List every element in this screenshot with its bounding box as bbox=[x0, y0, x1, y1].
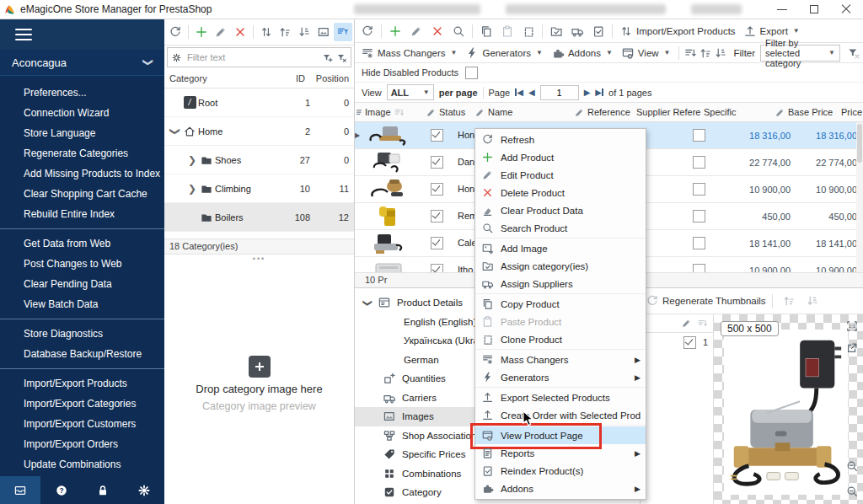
menu-reports[interactable]: Reports▶ bbox=[475, 444, 646, 462]
close-button[interactable] bbox=[841, 4, 851, 14]
specific-checkbox[interactable] bbox=[693, 156, 705, 169]
open-external-button[interactable] bbox=[845, 341, 859, 355]
status-checkbox[interactable] bbox=[431, 264, 443, 272]
store-selector[interactable]: Aconcagua ❯ bbox=[0, 50, 164, 76]
clear-filter-icon[interactable] bbox=[847, 46, 860, 60]
category-row-shoes[interactable]: ❯ Shoes 27 0 bbox=[164, 146, 354, 174]
refresh-products-button[interactable] bbox=[357, 22, 378, 40]
maximize-button[interactable] bbox=[809, 4, 819, 14]
menu-add-product[interactable]: Add Product bbox=[475, 148, 646, 166]
sidebar-item-rebuild-index[interactable]: Rebuild Entire Index bbox=[0, 204, 164, 224]
category-filter-input[interactable] bbox=[185, 51, 319, 63]
specific-checkbox[interactable] bbox=[693, 264, 705, 272]
specific-checkbox[interactable] bbox=[693, 210, 705, 223]
sidebar-item-regenerate-categories[interactable]: Regenerate Categories bbox=[0, 143, 164, 164]
per-page-select[interactable]: ALL▼ bbox=[387, 84, 434, 100]
delete-product-button[interactable] bbox=[427, 22, 448, 40]
menu-add-image[interactable]: Add Image bbox=[475, 239, 646, 257]
menu-clear-product-data[interactable]: Clear Product Data bbox=[475, 201, 646, 219]
menu-generators[interactable]: Generators▶ bbox=[475, 368, 646, 386]
category-row-home[interactable]: ❯ Home 2 0 bbox=[164, 117, 354, 146]
actual-size-button[interactable] bbox=[845, 319, 859, 333]
column-price-with-tax[interactable]: Price with Tax bbox=[838, 107, 863, 117]
column-supplier-reference[interactable]: Supplier Referenc bbox=[633, 107, 700, 117]
filter-panel-toggle[interactable] bbox=[334, 23, 352, 41]
menu-addons[interactable]: Addons▶ bbox=[475, 480, 646, 497]
status-checkbox[interactable] bbox=[431, 210, 443, 223]
vertical-scrollbar[interactable] bbox=[856, 122, 863, 272]
addons-button[interactable]: Addons ▼ bbox=[548, 44, 616, 62]
sidebar-item-post-changes[interactable]: Post Changes to Web bbox=[0, 254, 164, 274]
sidebar-item-ie-orders[interactable]: Import/Export Orders bbox=[0, 434, 164, 454]
column-base-price[interactable]: Base Price bbox=[771, 107, 838, 118]
clone-product-button[interactable] bbox=[518, 22, 539, 40]
sort-asc-button[interactable] bbox=[699, 44, 712, 62]
zoom-out-button[interactable] bbox=[845, 459, 859, 473]
image-list-row[interactable]: 1 bbox=[641, 333, 713, 351]
column-category[interactable]: Category bbox=[169, 73, 270, 83]
settings-button[interactable] bbox=[123, 476, 164, 504]
menu-delete-product[interactable]: Delete Product bbox=[475, 184, 646, 201]
add-category-button[interactable] bbox=[192, 23, 211, 41]
reindex-button[interactable] bbox=[588, 22, 608, 40]
category-row-boilers[interactable]: Boilers 108 12 bbox=[164, 203, 354, 232]
assign-category-button[interactable] bbox=[546, 22, 566, 40]
menu-paste-product[interactable]: Paste Product bbox=[475, 313, 646, 330]
search-product-button[interactable] bbox=[448, 22, 469, 40]
sidebar-item-db-backup[interactable]: Database Backup/Restore bbox=[0, 344, 164, 364]
refresh-categories-button[interactable] bbox=[166, 23, 185, 41]
next-page-button[interactable]: ▶ bbox=[584, 88, 591, 97]
first-page-button[interactable]: ◀ bbox=[515, 88, 523, 97]
status-checkbox[interactable] bbox=[431, 183, 443, 196]
edit-product-button[interactable] bbox=[406, 22, 426, 40]
column-position[interactable]: Position bbox=[305, 73, 349, 83]
category-row-climbing[interactable]: ❯ Climbing 10 11 bbox=[164, 174, 354, 203]
category-row-root[interactable]: / Root 1 0 bbox=[164, 88, 354, 117]
menu-mass-changers[interactable]: Mass Changers▶ bbox=[475, 351, 646, 368]
sort-az-button[interactable] bbox=[683, 44, 697, 62]
filter-category-select[interactable]: Filter by selected category ▼ bbox=[760, 45, 840, 62]
menu-assign-category[interactable]: Assign category(ies) bbox=[475, 257, 646, 275]
page-number-input[interactable] bbox=[540, 85, 579, 100]
menu-search-product[interactable]: Search Product bbox=[475, 219, 646, 237]
copy-product-button[interactable] bbox=[476, 22, 496, 40]
sidebar-item-clear-cart-cache[interactable]: Clear Shopping Cart Cache bbox=[0, 184, 164, 204]
move-up-button[interactable] bbox=[276, 23, 294, 41]
edit-category-button[interactable] bbox=[212, 23, 230, 41]
category-image-dropzone[interactable]: Drop category image here Category image … bbox=[164, 263, 354, 504]
sort-desc-button[interactable] bbox=[714, 44, 727, 62]
move-down-button[interactable] bbox=[295, 23, 314, 41]
chevron-right-icon[interactable]: ❯ bbox=[186, 154, 198, 166]
view-button[interactable]: View ▼ bbox=[618, 44, 674, 62]
column-image[interactable]: Image bbox=[362, 107, 422, 118]
sidebar-item-store-language[interactable]: Store Language bbox=[0, 123, 164, 143]
menu-copy-product[interactable]: Copy Product bbox=[475, 295, 646, 313]
hamburger-menu-button[interactable] bbox=[0, 19, 164, 50]
zoom-in-button[interactable] bbox=[845, 485, 859, 498]
column-picker[interactable] bbox=[355, 107, 362, 118]
image-down-button[interactable] bbox=[802, 292, 823, 310]
prev-page-button[interactable]: ◀ bbox=[528, 88, 535, 97]
specific-checkbox[interactable] bbox=[693, 129, 705, 142]
column-name[interactable]: Name bbox=[471, 107, 571, 118]
image-enabled-checkbox[interactable] bbox=[683, 336, 696, 349]
menu-export-selected[interactable]: Export Selected Products bbox=[475, 389, 646, 406]
column-reference[interactable]: Reference bbox=[571, 107, 633, 118]
sidebar-item-preferences[interactable]: Preferences... bbox=[0, 83, 164, 103]
add-product-button[interactable] bbox=[385, 22, 405, 40]
import-export-products-button[interactable]: Import/Export Products bbox=[616, 22, 739, 40]
sidebar-item-ie-categories[interactable]: Import/Export Categories bbox=[0, 394, 164, 414]
sidebar-item-update-combinations[interactable]: Update Combinations bbox=[0, 454, 164, 475]
sidebar-item-clear-pending[interactable]: Clear Pending Data bbox=[0, 274, 164, 294]
minimize-button[interactable] bbox=[777, 4, 787, 14]
column-specific[interactable]: Specific bbox=[700, 107, 771, 117]
specific-checkbox[interactable] bbox=[693, 237, 705, 249]
menu-clone-product[interactable]: Clone Product bbox=[475, 330, 646, 348]
status-checkbox[interactable] bbox=[431, 156, 443, 169]
status-checkbox[interactable] bbox=[431, 129, 443, 142]
status-checkbox[interactable] bbox=[431, 237, 443, 249]
panel-splitter[interactable]: ••• bbox=[164, 254, 354, 263]
menu-refresh[interactable]: Refresh bbox=[475, 131, 646, 148]
sidebar-item-ie-products[interactable]: Import/Export Products bbox=[0, 373, 164, 394]
mass-changers-button[interactable]: Mass Changers ▼ bbox=[357, 44, 460, 62]
